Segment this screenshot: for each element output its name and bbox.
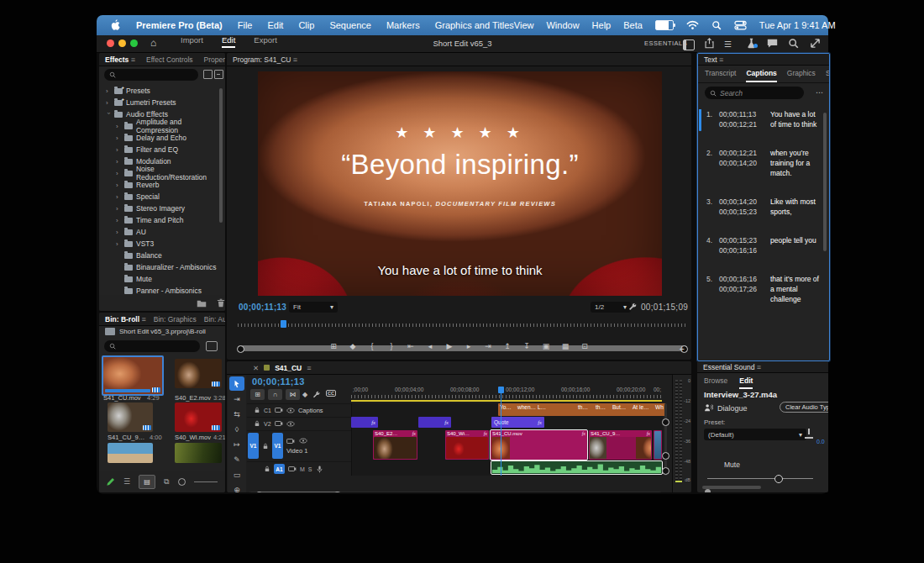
workspace-label[interactable]: ESSENTIALS bbox=[644, 39, 687, 47]
comments-icon[interactable] bbox=[767, 38, 778, 49]
track-target-a1[interactable]: A1 bbox=[274, 464, 285, 474]
add-marker[interactable]: ◆ bbox=[346, 342, 360, 350]
track-select-forward-tool[interactable]: ⇥ bbox=[229, 392, 244, 406]
workspace-panel-icon[interactable] bbox=[683, 39, 695, 50]
bin-clip-forest[interactable] bbox=[175, 443, 222, 463]
audio-effects-filter-icon[interactable] bbox=[214, 70, 223, 79]
fullscreen-icon[interactable] bbox=[810, 38, 821, 49]
caption-timecodes[interactable]: 00;00;16;1600;00;17;26 bbox=[719, 274, 766, 304]
selection-tool[interactable] bbox=[229, 376, 244, 391]
captions-visibility-button[interactable]: CC bbox=[326, 390, 336, 397]
bin-search[interactable] bbox=[104, 340, 200, 352]
tab-effects[interactable]: Effects ≡ bbox=[105, 55, 135, 64]
step-back[interactable]: ◂ bbox=[423, 342, 437, 350]
caption-timecodes[interactable]: 00;00;14;2000;00;15;23 bbox=[719, 197, 766, 217]
bin-breadcrumb[interactable]: Short Edit v65_3.prproj\B-roll bbox=[119, 328, 206, 335]
tree-item-time-pitch[interactable]: › Time and Pitch bbox=[99, 214, 225, 226]
volume-slider-knob[interactable] bbox=[774, 475, 783, 483]
menubar-item[interactable]: Clip bbox=[298, 20, 314, 30]
effects-search[interactable] bbox=[104, 69, 198, 81]
track-badge-icon[interactable] bbox=[288, 466, 297, 472]
go-to-out[interactable]: ⇥ bbox=[481, 342, 495, 350]
video-clip-s41-cu-9[interactable]: S41_CU_9…fx bbox=[589, 430, 652, 460]
new-bin-icon[interactable] bbox=[206, 341, 218, 351]
snap-button[interactable]: ∩ bbox=[268, 389, 282, 400]
track-target-v1[interactable]: V1 bbox=[272, 433, 283, 459]
voiceover-mic-icon[interactable] bbox=[316, 466, 323, 473]
quick-export-icon[interactable] bbox=[704, 38, 715, 49]
timeline-vscrollbar[interactable] bbox=[664, 403, 667, 476]
essential-sound-tab[interactable]: Essential Sound ≡ bbox=[703, 363, 761, 371]
tree-item-lumetri-presets[interactable]: › Lumetri Presets bbox=[99, 97, 225, 108]
track-label[interactable]: V2 bbox=[264, 421, 271, 427]
tree-item-special[interactable]: › Special bbox=[99, 191, 225, 203]
caption-row[interactable]: 4. 00;00;15;2300;00;16;16 people tell yo… bbox=[706, 235, 819, 255]
video-clip-s40-e2[interactable]: S40_E2…fx bbox=[373, 430, 417, 460]
eye-icon[interactable] bbox=[286, 408, 295, 413]
video-clip-s41-cu[interactable]: S41_CU.movfx bbox=[491, 430, 587, 460]
clip-name[interactable]: S41_CU_9… bbox=[108, 434, 144, 441]
tree-item-balance[interactable]: › Balance bbox=[99, 250, 225, 261]
timeline-playhead[interactable] bbox=[501, 387, 501, 476]
go-to-in[interactable]: ⇤ bbox=[404, 342, 417, 350]
tab-bin-broll[interactable]: Bin: B-roll ≡ bbox=[105, 315, 146, 324]
tab-s4[interactable]: S4 bbox=[826, 69, 830, 82]
multi-view[interactable]: ⊡ bbox=[578, 342, 591, 350]
program-video-frame[interactable]: ★ ★ ★ ★ ★ “Beyond inspiring.” TATIANA NA… bbox=[258, 71, 662, 296]
linked-selection-button[interactable]: ⋈ bbox=[286, 389, 300, 400]
wifi-icon[interactable] bbox=[686, 20, 699, 30]
mark-in[interactable]: { bbox=[365, 342, 379, 350]
panel-menu-icon[interactable]: ≡ bbox=[293, 55, 297, 64]
caption-clip[interactable]: At le… bbox=[631, 403, 656, 416]
timeline-current-timecode[interactable]: 00;00;11;13 bbox=[252, 376, 305, 387]
spotlight-icon[interactable] bbox=[711, 20, 722, 30]
tab-effect-controls[interactable]: Effect Controls bbox=[146, 55, 193, 64]
track-badge-icon[interactable] bbox=[275, 420, 283, 427]
quote-graphic-clip[interactable]: Quotefx bbox=[491, 417, 544, 428]
tree-item-presets[interactable]: › Presets bbox=[99, 85, 225, 97]
caption-clip[interactable] bbox=[555, 403, 578, 416]
track-resize-knob[interactable] bbox=[662, 467, 669, 475]
timeline-playhead-head[interactable] bbox=[498, 387, 504, 393]
tree-item-filter-eq[interactable]: › Filter and EQ bbox=[99, 144, 225, 155]
mute-track-button[interactable]: M bbox=[300, 466, 305, 472]
panel-menu-icon[interactable]: ≡ bbox=[131, 55, 135, 64]
caption-text[interactable]: when you’re training for a match. bbox=[770, 148, 819, 178]
button-editor-plus[interactable]: + bbox=[680, 344, 685, 354]
captions-search[interactable]: Search bbox=[705, 87, 804, 99]
volume-slider-track[interactable] bbox=[707, 478, 813, 479]
timeline-hscrollbar[interactable] bbox=[249, 492, 662, 492]
caption-clip[interactable]: But… bbox=[611, 403, 633, 416]
zoom-level-dropdown[interactable]: Fit▾ bbox=[289, 302, 338, 313]
clip-name[interactable]: S41_CU.mov bbox=[103, 394, 141, 402]
tree-item-binauralizer[interactable]: › Binauralizer - Ambisonics bbox=[99, 261, 225, 273]
gain-value[interactable]: 0.0 bbox=[816, 439, 825, 445]
search-icon[interactable] bbox=[788, 38, 799, 49]
lock-icon[interactable] bbox=[254, 407, 260, 413]
tab-properties[interactable]: Propertie bbox=[204, 55, 225, 64]
bin-clip-s40-e2[interactable] bbox=[175, 359, 222, 388]
caption-row[interactable]: 5. 00;00;16;1600;00;17;26 that it’s more… bbox=[706, 274, 819, 304]
track-resize-knob[interactable] bbox=[662, 452, 669, 460]
preset-dropdown[interactable]: (Default)▾ bbox=[704, 429, 806, 440]
solo-track-button[interactable]: S bbox=[308, 466, 312, 472]
comparison-view[interactable]: ▦ bbox=[559, 342, 572, 350]
eye-icon[interactable] bbox=[286, 421, 295, 427]
tree-item-amplitude[interactable]: › Amplitude and Compression bbox=[99, 120, 225, 132]
menubar-item[interactable]: Graphics and Titles bbox=[435, 20, 514, 30]
icon-view-icon[interactable]: ▤ bbox=[139, 475, 155, 489]
menubar-item[interactable]: Markers bbox=[386, 20, 420, 30]
new-custom-bin-icon[interactable] bbox=[197, 299, 207, 308]
source-patch-v1[interactable]: V1 bbox=[248, 433, 259, 459]
tab-captions[interactable]: Captions bbox=[746, 69, 776, 82]
video-clip-partial[interactable] bbox=[654, 430, 662, 460]
extract[interactable]: ↧ bbox=[520, 342, 533, 350]
workspaces-icon[interactable]: ☰ bbox=[724, 39, 735, 50]
menubar-item[interactable]: Edit bbox=[267, 20, 283, 30]
zoom-slider-track[interactable] bbox=[194, 481, 218, 482]
zoom-slider-knob[interactable] bbox=[178, 478, 186, 486]
menubar-item[interactable]: Sequence bbox=[329, 20, 371, 30]
tab-bin-audio[interactable]: Bin: Au bbox=[204, 315, 225, 324]
effects-scrollbar[interactable] bbox=[219, 88, 223, 223]
menubar-item[interactable]: View bbox=[514, 20, 534, 30]
